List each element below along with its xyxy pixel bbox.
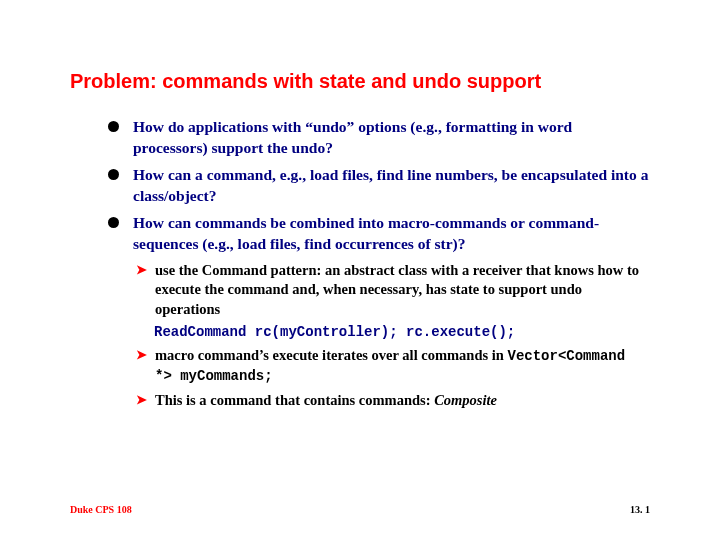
- code-line-1: ReadCommand rc(myController); rc.execute…: [70, 324, 650, 340]
- sub-text: This is a command that contains commands…: [155, 391, 497, 411]
- sub-list-2: ➤ macro command’s execute iterates over …: [70, 346, 650, 410]
- sub-bullet-1: ➤ use the Command pattern: an abstract c…: [136, 261, 650, 320]
- footer-left: Duke CPS 108: [70, 504, 132, 515]
- sub-bullet-2: ➤ macro command’s execute iterates over …: [136, 346, 650, 386]
- sub-text: use the Command pattern: an abstract cla…: [155, 261, 650, 320]
- sub-list: ➤ use the Command pattern: an abstract c…: [70, 261, 650, 320]
- sub-bullet-3: ➤ This is a command that contains comman…: [136, 391, 650, 411]
- slide-title: Problem: commands with state and undo su…: [70, 70, 650, 93]
- bullet-icon: [108, 121, 119, 132]
- footer: Duke CPS 108 13. 1: [70, 504, 650, 515]
- arrow-icon: ➤: [136, 392, 147, 408]
- bullet-icon: [108, 169, 119, 180]
- bullet-text: How do applications with “undo” options …: [133, 117, 650, 159]
- bullet-text: How can a command, e.g., load files, fin…: [133, 165, 650, 207]
- sub3-label: This is a command that contains commands…: [155, 392, 434, 408]
- sub-text: macro command’s execute iterates over al…: [155, 346, 650, 386]
- slide: Problem: commands with state and undo su…: [0, 0, 720, 557]
- bullet-3: How can commands be combined into macro-…: [108, 213, 650, 255]
- bullet-2: How can a command, e.g., load files, fin…: [108, 165, 650, 207]
- bullet-icon: [108, 217, 119, 228]
- arrow-icon: ➤: [136, 262, 147, 278]
- bullet-list: How do applications with “undo” options …: [70, 117, 650, 255]
- arrow-icon: ➤: [136, 347, 147, 363]
- footer-right: 13. 1: [630, 504, 650, 515]
- bullet-1: How do applications with “undo” options …: [108, 117, 650, 159]
- sub2-label: macro command’s execute iterates over al…: [155, 347, 504, 363]
- composite-term: Composite: [434, 392, 497, 408]
- bullet-text: How can commands be combined into macro-…: [133, 213, 650, 255]
